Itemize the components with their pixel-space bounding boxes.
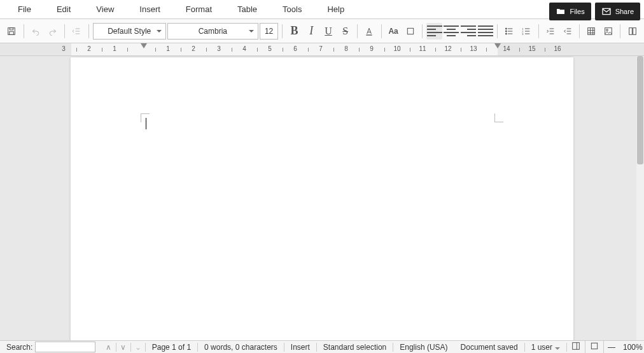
svg-rect-15 (633, 27, 636, 34)
menu-insert[interactable]: Insert (127, 1, 173, 18)
indent-inc-button[interactable] (542, 23, 558, 40)
font-color-button[interactable] (361, 23, 377, 40)
search-input[interactable] (35, 342, 95, 352)
margin-corner-tl (141, 113, 150, 122)
right-margin-indicator[interactable] (494, 43, 501, 48)
vertical-scrollbar[interactable] (636, 56, 644, 340)
svg-rect-2 (10, 31, 14, 34)
paragraph-style-dropdown[interactable]: Default Style (93, 23, 166, 40)
indent-inc-icon (545, 26, 556, 36)
underline-button[interactable]: U (321, 23, 337, 40)
find-prev-button[interactable]: ∧ (106, 343, 112, 352)
align-right-button[interactable] (461, 23, 477, 40)
outdent-button[interactable] (69, 23, 85, 40)
align-center-button[interactable] (444, 23, 459, 40)
strike-button[interactable]: S (337, 23, 353, 40)
bullet-list-icon (504, 26, 514, 36)
chevron-down-icon (157, 30, 162, 32)
menu-file[interactable]: File (5, 1, 44, 18)
redo-button[interactable] (45, 23, 60, 40)
bold-button[interactable]: B (286, 23, 302, 40)
indent-dec-icon (563, 26, 573, 36)
scroll-thumb[interactable] (637, 56, 643, 164)
menu-bar: File Edit View Insert Format Table Tools… (0, 0, 644, 19)
menu-table[interactable]: Table (225, 1, 270, 18)
highlight-button[interactable] (402, 23, 418, 40)
svg-rect-11 (588, 27, 595, 34)
char-case-button[interactable]: Aa (386, 23, 402, 40)
page-canvas[interactable] (71, 57, 573, 340)
horizontal-ruler[interactable]: 3 2 1 1 2 3 4 5 6 7 8 9 10 11 12 13 14 1… (0, 43, 644, 56)
language-indicator[interactable]: English (USA) (393, 343, 454, 352)
svg-rect-14 (629, 27, 632, 34)
menu-view[interactable]: View (83, 1, 127, 18)
font-color-icon (364, 26, 374, 36)
save-button[interactable] (4, 23, 20, 40)
svg-rect-3 (367, 34, 372, 35)
font-dropdown[interactable]: Cambria (167, 23, 258, 40)
outdent-icon (71, 26, 81, 36)
files-button[interactable]: Files (549, 3, 591, 20)
main-toolbar: Default Style Cambria 12 B I U S Aa 123 (0, 19, 644, 43)
user-count[interactable]: 1 user (525, 343, 567, 352)
files-label: Files (570, 8, 584, 15)
undo-icon (31, 26, 41, 36)
italic-button[interactable]: I (304, 23, 319, 40)
find-next-button[interactable]: ∨ (120, 343, 127, 352)
undo-button[interactable] (28, 23, 44, 40)
chevron-down-icon (555, 347, 560, 350)
svg-rect-1 (10, 27, 13, 29)
menu-edit[interactable]: Edit (44, 1, 83, 18)
page-indicator[interactable]: Page 1 of 1 (146, 343, 198, 352)
image-icon (603, 26, 613, 36)
font-size-dropdown[interactable]: 12 (260, 23, 278, 40)
table-icon (586, 26, 596, 36)
columns-button[interactable] (624, 23, 640, 40)
image-button[interactable] (601, 23, 617, 40)
chevron-down-icon (249, 30, 254, 32)
columns-icon (627, 26, 638, 36)
align-center-icon (444, 24, 459, 38)
share-label: Share (615, 8, 634, 15)
align-left-icon (427, 24, 442, 38)
save-status: Document saved (454, 343, 525, 352)
table-button[interactable] (584, 23, 599, 40)
redo-icon (48, 26, 58, 36)
left-margin-indicator[interactable] (141, 43, 147, 48)
layout-button[interactable] (585, 341, 604, 353)
svg-rect-16 (573, 343, 580, 350)
indent-dec-button[interactable] (559, 23, 575, 40)
align-left-button[interactable] (426, 23, 442, 40)
sidebar-toggle[interactable] (567, 341, 585, 353)
search-label: Search: (6, 343, 32, 352)
insert-mode[interactable]: Insert (284, 343, 317, 352)
highlight-icon (405, 26, 416, 36)
mail-icon (601, 6, 612, 17)
svg-rect-17 (591, 343, 597, 349)
number-list-icon: 123 (521, 26, 531, 36)
svg-point-5 (506, 28, 507, 29)
layout-icon (589, 341, 599, 351)
text-cursor (146, 118, 146, 129)
align-justify-icon (478, 24, 493, 38)
svg-text:3: 3 (522, 32, 524, 36)
svg-point-7 (506, 33, 507, 34)
svg-rect-4 (407, 28, 413, 34)
zoom-out-button[interactable]: — (604, 343, 619, 352)
menu-format[interactable]: Format (173, 1, 225, 18)
share-button[interactable]: Share (595, 3, 640, 20)
find-all-button[interactable]: ⌄ (135, 343, 141, 352)
menu-tools[interactable]: Tools (270, 1, 314, 18)
number-list-button[interactable]: 123 (519, 23, 535, 40)
word-count[interactable]: 0 words, 0 characters (198, 343, 284, 352)
save-icon (6, 26, 17, 36)
align-justify-button[interactable] (477, 23, 493, 40)
bullet-list-button[interactable] (501, 23, 517, 40)
svg-point-6 (506, 31, 507, 32)
selection-mode[interactable]: Standard selection (317, 343, 393, 352)
svg-rect-12 (605, 27, 612, 34)
menu-help[interactable]: Help (314, 1, 357, 18)
margin-corner-tr (494, 113, 503, 122)
folder-icon (556, 6, 566, 17)
zoom-level[interactable]: 100% (619, 343, 644, 352)
